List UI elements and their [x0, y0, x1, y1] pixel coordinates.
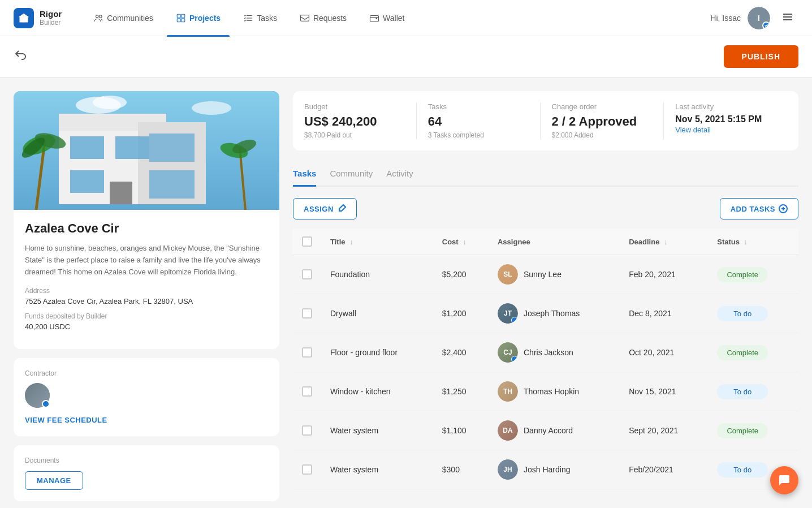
row-checkbox-5[interactable] [302, 464, 312, 475]
status-badge-5[interactable]: To do [717, 462, 768, 477]
project-image [14, 91, 279, 210]
documents-label: Documents [25, 457, 268, 464]
svg-rect-7 [182, 18, 185, 21]
row-checkbox-cell [293, 411, 321, 450]
left-panel: Azalea Cove Cir Home to sunshine, beache… [14, 91, 279, 501]
nav-item-tasks[interactable]: Tasks [234, 8, 286, 28]
col-status[interactable]: Status ↓ [708, 229, 798, 255]
col-cost[interactable]: Cost ↓ [433, 229, 489, 255]
row-deadline-2: Oct 20, 2021 [620, 333, 708, 372]
fee-schedule-link[interactable]: VIEW FEE SCHEDULE [25, 416, 107, 424]
requests-icon [300, 13, 310, 23]
status-badge-3[interactable]: To do [717, 384, 768, 399]
row-title-0: Foundation [321, 255, 433, 294]
col-deadline[interactable]: Deadline ↓ [620, 229, 708, 255]
assignee-avatar-3: TH [498, 381, 518, 402]
contractor-avatar [25, 383, 50, 408]
building-icon [18, 12, 29, 24]
wallet-icon [369, 13, 379, 23]
add-tasks-icon [779, 204, 788, 213]
tasks-stat-sub: 3 Tasks completed [428, 131, 529, 139]
tab-community[interactable]: Community [330, 162, 373, 187]
back-arrow-icon [14, 49, 27, 62]
col-checkbox [293, 229, 321, 255]
svg-rect-20 [70, 136, 104, 159]
row-cost-1: $1,200 [433, 294, 489, 333]
contractor-label: Contractor [25, 369, 268, 377]
avatar: I [748, 7, 770, 29]
add-tasks-button[interactable]: ADD TASKS [720, 198, 798, 219]
nav-item-communities[interactable]: Communities [84, 8, 162, 28]
assign-button[interactable]: ASSIGN [293, 198, 357, 219]
svg-point-34 [93, 96, 127, 109]
assign-icon [337, 204, 346, 213]
projects-icon [176, 13, 186, 23]
select-all-checkbox[interactable] [302, 236, 312, 247]
tab-tasks[interactable]: Tasks [293, 162, 316, 187]
col-assignee[interactable]: Assignee [489, 229, 620, 255]
tabs: Tasks Community Activity [293, 162, 798, 187]
svg-rect-1 [23, 19, 25, 22]
row-deadline-3: Nov 15, 2021 [620, 372, 708, 411]
table-row: Window - kitchen $1,250 TH Thomas Hopkin… [293, 372, 798, 411]
deadline-sort-arrow: ↓ [664, 238, 668, 246]
last-activity-value: Nov 5, 2021 5:15 PM [675, 114, 776, 124]
navbar: Rigor Builder Communities Projects Tasks… [0, 0, 812, 36]
row-status-3: To do [708, 372, 798, 411]
svg-rect-24 [149, 170, 195, 199]
row-checkbox-cell [293, 450, 321, 489]
row-checkbox-0[interactable] [302, 269, 312, 279]
table-row: Water system $1,100 DA Danny Accord Sept… [293, 411, 798, 450]
row-checkbox-cell [293, 333, 321, 372]
row-checkbox-2[interactable] [302, 347, 312, 358]
hamburger-menu[interactable] [777, 6, 798, 30]
chat-fab[interactable] [770, 466, 798, 494]
contractor-section: Contractor VIEW FEE SCHEDULE [14, 358, 279, 436]
tasks-section: ASSIGN ADD TASKS [293, 198, 798, 489]
view-detail-link[interactable]: View detail [675, 126, 711, 134]
assignee-name-3: Thomas Hopkin [524, 387, 579, 396]
row-checkbox-cell [293, 255, 321, 294]
nav-item-requests[interactable]: Requests [291, 8, 356, 28]
verified-badge [762, 21, 770, 29]
assignee-avatar-4: DA [498, 420, 518, 441]
status-badge-4[interactable]: Complete [717, 423, 768, 438]
stat-budget: Budget US$ 240,200 $8,700 Paid out [304, 102, 417, 139]
tasks-toolbar: ASSIGN ADD TASKS [293, 198, 798, 219]
row-cost-0: $5,200 [433, 255, 489, 294]
title-sort-arrow: ↓ [349, 238, 353, 246]
row-checkbox-4[interactable] [302, 425, 312, 436]
documents-section: Documents MANAGE [14, 445, 279, 501]
status-badge-0[interactable]: Complete [717, 267, 768, 282]
assignee-verified-badge [511, 317, 518, 324]
brand-icon [14, 8, 34, 28]
nav-item-wallet[interactable]: Wallet [360, 8, 413, 28]
table-row: Drywall $1,200 JT Joseph Thomas Dec 8, 2… [293, 294, 798, 333]
project-details: Azalea Cove Cir Home to sunshine, beache… [14, 210, 279, 349]
row-title-3: Window - kitchen [321, 372, 433, 411]
col-title[interactable]: Title ↓ [321, 229, 433, 255]
row-checkbox-cell [293, 294, 321, 333]
row-checkbox-3[interactable] [302, 386, 312, 397]
address-value: 7525 Azalea Cove Cir, Azalea Park, FL 32… [25, 297, 268, 305]
row-assignee-0: SL Sunny Lee [489, 255, 620, 294]
hamburger-icon [781, 11, 794, 23]
publish-button[interactable]: PUBLISH [724, 45, 798, 68]
row-title-1: Drywall [321, 294, 433, 333]
row-status-2: Complete [708, 333, 798, 372]
stats-row: Budget US$ 240,200 $8,700 Paid out Tasks… [293, 91, 798, 150]
brand-subtitle: Builder [40, 19, 62, 27]
status-badge-1[interactable]: To do [717, 306, 768, 321]
tab-activity[interactable]: Activity [386, 162, 413, 187]
svg-rect-12 [370, 15, 379, 21]
back-button[interactable] [14, 49, 27, 64]
row-status-4: Complete [708, 411, 798, 450]
svg-rect-23 [149, 134, 195, 162]
nav-right: Hi, Issac I [710, 6, 798, 30]
status-badge-2[interactable]: Complete [717, 345, 768, 360]
checkmark-icon [764, 23, 768, 28]
nav-item-projects[interactable]: Projects [167, 8, 230, 28]
row-checkbox-1[interactable] [302, 308, 312, 318]
manage-button[interactable]: MANAGE [25, 471, 83, 490]
svg-rect-11 [300, 15, 309, 21]
